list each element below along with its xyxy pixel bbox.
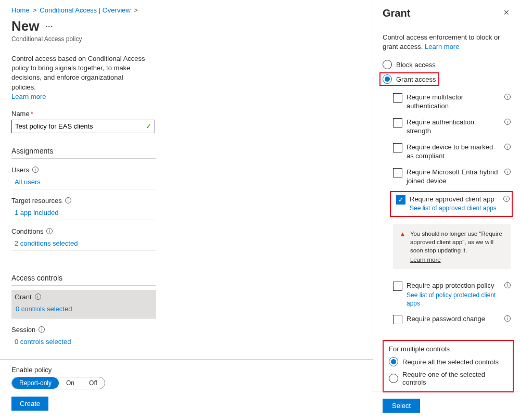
warning-learn-more-link[interactable]: Learn more: [410, 256, 504, 264]
radio-require-all[interactable]: Require all the selected controls: [389, 357, 508, 366]
info-icon[interactable]: i: [503, 196, 510, 202]
intro-learn-more-link[interactable]: Learn more: [11, 93, 46, 100]
info-icon[interactable]: i: [46, 228, 53, 234]
checkbox-require-app-protection[interactable]: Require app protection policy See list o…: [383, 282, 511, 308]
access-controls-heading: Access controls: [11, 274, 156, 286]
approved-apps-link[interactable]: See list of approved client apps: [410, 205, 499, 213]
warning-icon: ▲: [399, 230, 406, 264]
intro-text: Control access based on Conditional Acce…: [11, 54, 147, 101]
target-resources-row[interactable]: Target resources i 1 app included: [11, 197, 156, 220]
page-title: New: [11, 18, 39, 34]
info-icon[interactable]: i: [39, 326, 45, 333]
checkbox-require-mfa[interactable]: Require multifactor authentication i: [383, 93, 511, 111]
toggle-on[interactable]: On: [59, 377, 82, 389]
checkbox-require-password-change[interactable]: Require password change i: [383, 315, 511, 324]
checkbox-require-hybrid[interactable]: Require Microsoft Entra hybrid joined de…: [383, 168, 511, 186]
grant-value[interactable]: 0 controls selected: [15, 305, 153, 313]
create-button[interactable]: Create: [11, 397, 48, 411]
info-icon[interactable]: i: [504, 94, 511, 100]
checkbox-require-compliant[interactable]: Require device to be marked as compliant…: [383, 143, 511, 161]
toggle-off[interactable]: Off: [82, 377, 105, 389]
radio-block-access[interactable]: Block access: [383, 60, 511, 69]
multiple-controls-heading: For multiple controls: [389, 345, 508, 353]
grant-row[interactable]: Grant i 0 controls selected: [11, 290, 156, 319]
page-subtitle: Conditional Access policy: [11, 35, 362, 43]
info-icon[interactable]: i: [504, 119, 511, 125]
more-icon[interactable]: ···: [45, 22, 53, 31]
name-input[interactable]: [12, 120, 155, 133]
session-row[interactable]: Session i 0 controls selected: [11, 326, 156, 349]
flyout-footer: Select: [373, 391, 520, 420]
radio-grant-access[interactable]: Grant access: [383, 74, 436, 84]
info-icon[interactable]: i: [504, 169, 511, 175]
session-value[interactable]: 0 controls selected: [11, 338, 156, 346]
info-icon[interactable]: i: [35, 294, 41, 300]
checkbox-require-approved-client[interactable]: ✓ Require approved client app See list o…: [393, 195, 510, 213]
grant-flyout: Grant ✕ Control access enforcement to bl…: [373, 0, 520, 420]
checkbox-require-auth-strength[interactable]: Require authentication strength i: [383, 118, 511, 136]
info-icon[interactable]: i: [504, 144, 511, 150]
conditions-value[interactable]: 2 conditions selected: [11, 239, 156, 247]
target-resources-value[interactable]: 1 app included: [11, 209, 156, 217]
highlight-approved-client: ✓ Require approved client app See list o…: [390, 191, 513, 217]
chevron-right-icon: >: [134, 6, 138, 14]
info-icon[interactable]: i: [504, 315, 511, 322]
warning-box: ▲ You should no longer use "Require appr…: [393, 224, 511, 269]
page-title-row: New ···: [11, 18, 362, 34]
flyout-title: Grant: [383, 7, 410, 19]
name-input-wrap[interactable]: ✓: [11, 120, 155, 133]
breadcrumb-home[interactable]: Home: [11, 6, 30, 14]
check-icon: ✓: [146, 122, 151, 130]
footer: Enable policy Report-only On Off Create: [0, 359, 373, 420]
chevron-right-icon: >: [33, 6, 37, 14]
info-icon[interactable]: i: [65, 197, 71, 203]
assignments-heading: Assignments: [11, 147, 156, 159]
breadcrumb-conditional-access[interactable]: Conditional Access | Overview: [40, 6, 131, 14]
select-button[interactable]: Select: [383, 399, 420, 413]
checkmark-icon[interactable]: ✓: [396, 195, 405, 205]
users-row[interactable]: Users i All users: [11, 166, 156, 189]
close-icon[interactable]: ✕: [502, 7, 511, 18]
radio-require-one[interactable]: Require one of the selected controls: [389, 371, 508, 386]
flyout-learn-more-link[interactable]: Learn more: [425, 43, 459, 50]
info-icon[interactable]: i: [32, 167, 39, 173]
enable-policy-label: Enable policy: [11, 366, 361, 374]
users-value[interactable]: All users: [11, 178, 156, 186]
highlight-multiple-controls: For multiple controls Require all the se…: [383, 340, 514, 392]
breadcrumb: Home > Conditional Access | Overview >: [11, 6, 362, 14]
highlight-grant-access: Grant access: [379, 72, 439, 86]
name-label: Name*: [11, 110, 362, 118]
enable-policy-toggle[interactable]: Report-only On Off: [11, 377, 105, 389]
conditions-row[interactable]: Conditions i 2 conditions selected: [11, 227, 156, 251]
toggle-report-only[interactable]: Report-only: [12, 377, 59, 389]
info-icon[interactable]: i: [504, 282, 511, 288]
flyout-description: Control access enforcement to block or g…: [383, 33, 511, 52]
protected-apps-link[interactable]: See list of policy protected client apps: [407, 291, 500, 308]
